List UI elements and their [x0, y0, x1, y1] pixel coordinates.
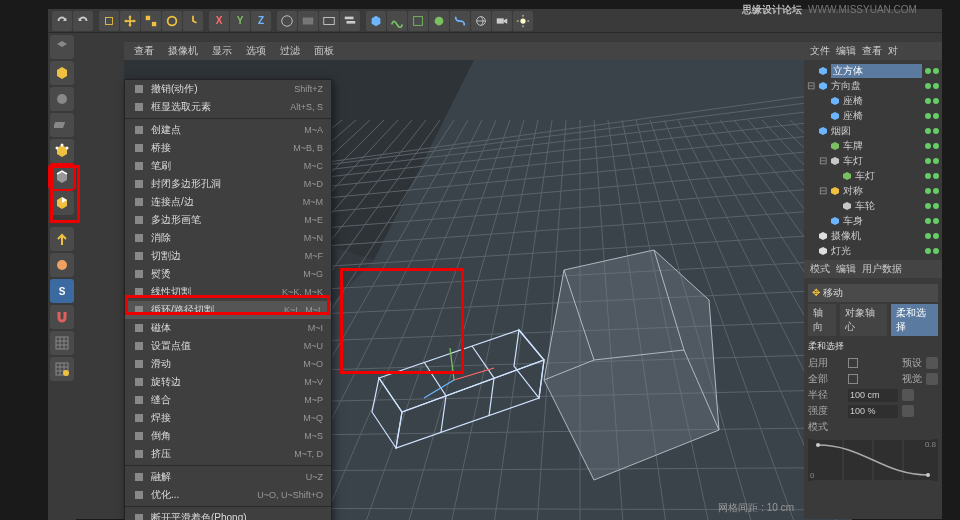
axis-toggle[interactable]	[50, 227, 74, 251]
vp-menu-panel[interactable]: 面板	[314, 44, 334, 58]
menu-item[interactable]: 框显选取元素Alt+S, S	[125, 98, 331, 116]
select-tool[interactable]	[99, 11, 119, 31]
attr-tab-mode[interactable]: 模式	[810, 262, 830, 276]
workplane-snap[interactable]	[50, 331, 74, 355]
subtab-center[interactable]: 对象轴心	[840, 304, 887, 336]
polygon-mode[interactable]	[50, 191, 74, 215]
tab-file[interactable]: 文件	[810, 44, 830, 58]
tab-view[interactable]: 查看	[862, 44, 882, 58]
field-checkbox[interactable]	[848, 358, 858, 368]
workplane-mode[interactable]	[50, 113, 74, 137]
vp-menu-filter[interactable]: 过滤	[280, 44, 300, 58]
menu-item[interactable]: 笔刷M~C	[125, 157, 331, 175]
z-lock[interactable]: Z	[251, 11, 271, 31]
menu-item[interactable]: 封闭多边形孔洞M~D	[125, 175, 331, 193]
render-view[interactable]	[298, 11, 318, 31]
tree-row[interactable]: 车身	[807, 213, 939, 228]
context-menu[interactable]: 撤销(动作)Shift+Z框显选取元素Alt+S, S创建点M~A桥接M~B, …	[124, 79, 332, 520]
render-settings[interactable]	[319, 11, 339, 31]
menu-item-shortcut: K~L, M~L	[284, 305, 323, 315]
field-input[interactable]	[848, 389, 898, 402]
tree-row[interactable]: 座椅	[807, 108, 939, 123]
menu-item[interactable]: 滑动M~O	[125, 355, 331, 373]
spline-primitive[interactable]	[387, 11, 407, 31]
menu-item[interactable]: 切割边M~F	[125, 247, 331, 265]
menu-item[interactable]: 撤销(动作)Shift+Z	[125, 80, 331, 98]
lock-snap[interactable]	[50, 357, 74, 381]
rotate-tool[interactable]	[162, 11, 182, 31]
subtab-axis[interactable]: 轴向	[808, 304, 836, 336]
point-mode[interactable]	[50, 139, 74, 163]
make-editable[interactable]	[50, 35, 74, 59]
field-checkbox[interactable]	[848, 374, 858, 384]
tree-row[interactable]: 立方体	[807, 63, 939, 78]
render-queue[interactable]	[340, 11, 360, 31]
attr-tab-user[interactable]: 用户数据	[862, 262, 902, 276]
menu-item[interactable]: 设置点值M~U	[125, 337, 331, 355]
field-stepper[interactable]	[902, 389, 914, 401]
tree-row[interactable]: ⊟车灯	[807, 153, 939, 168]
texture-mode[interactable]	[50, 87, 74, 111]
menu-item[interactable]: 优化...U~O, U~Shift+O	[125, 486, 331, 504]
snap-toggle[interactable]: S	[50, 279, 74, 303]
menu-item[interactable]: 循环/路径切割K~L, M~L	[125, 301, 331, 319]
field-stepper[interactable]	[902, 405, 914, 417]
deformer[interactable]	[450, 11, 470, 31]
magnet-snap[interactable]	[50, 305, 74, 329]
light[interactable]	[513, 11, 533, 31]
undo-button[interactable]	[52, 11, 72, 31]
generator[interactable]	[408, 11, 428, 31]
field-dropdown[interactable]	[926, 357, 938, 369]
menu-item[interactable]: 创建点M~A	[125, 121, 331, 139]
menu-item[interactable]: 桥接M~B, B	[125, 139, 331, 157]
tree-row[interactable]: 灯光	[807, 243, 939, 258]
vp-menu-view[interactable]: 查看	[134, 44, 154, 58]
field-dropdown[interactable]	[926, 373, 938, 385]
menu-item[interactable]: 连接点/边M~M	[125, 193, 331, 211]
tree-row[interactable]: ⊟对称	[807, 183, 939, 198]
tree-row[interactable]: 摄像机	[807, 228, 939, 243]
vp-menu-cameras[interactable]: 摄像机	[168, 44, 198, 58]
falloff-curve[interactable]: 0 0.8	[808, 439, 938, 481]
subtab-soft[interactable]: 柔和选择	[891, 304, 938, 336]
redo-button[interactable]	[73, 11, 93, 31]
menu-item[interactable]: 消除M~N	[125, 229, 331, 247]
tree-row[interactable]: 车灯	[807, 168, 939, 183]
attr-tab-edit[interactable]: 编辑	[836, 262, 856, 276]
scene-tree[interactable]: 立方体⊟方向盘座椅座椅烟囱车牌⊟车灯车灯⊟对称车轮车身摄像机灯光背景天空平面	[804, 60, 942, 260]
recent-tool[interactable]	[183, 11, 203, 31]
edge-mode[interactable]	[50, 165, 74, 189]
tree-row[interactable]: 车轮	[807, 198, 939, 213]
menu-item[interactable]: 断开平滑着色(Phong)	[125, 509, 331, 520]
menu-item[interactable]: 焊接M~Q	[125, 409, 331, 427]
menu-item[interactable]: 挤压M~T, D	[125, 445, 331, 463]
x-lock[interactable]: X	[209, 11, 229, 31]
tree-row[interactable]: 座椅	[807, 93, 939, 108]
move-tool[interactable]	[120, 11, 140, 31]
model-mode[interactable]	[50, 61, 74, 85]
tab-edit[interactable]: 编辑	[836, 44, 856, 58]
vp-menu-display[interactable]: 显示	[212, 44, 232, 58]
menu-item[interactable]: 熨烫M~G	[125, 265, 331, 283]
environment[interactable]	[471, 11, 491, 31]
camera[interactable]	[492, 11, 512, 31]
menu-item[interactable]: 多边形画笔M~E	[125, 211, 331, 229]
menu-item[interactable]: 缝合M~P	[125, 391, 331, 409]
y-lock[interactable]: Y	[230, 11, 250, 31]
tree-row[interactable]: ⊟方向盘	[807, 78, 939, 93]
menu-item[interactable]: 融解U~Z	[125, 468, 331, 486]
tree-row[interactable]: 车牌	[807, 138, 939, 153]
scale-tool[interactable]	[141, 11, 161, 31]
world-axis[interactable]	[277, 11, 297, 31]
tab-obj[interactable]: 对	[888, 44, 898, 58]
menu-item[interactable]: 倒角M~S	[125, 427, 331, 445]
menu-item[interactable]: 旋转边M~V	[125, 373, 331, 391]
viewport-solo[interactable]	[50, 253, 74, 277]
menu-item[interactable]: 磁体M~I	[125, 319, 331, 337]
field-input[interactable]	[848, 405, 898, 418]
vp-menu-options[interactable]: 选项	[246, 44, 266, 58]
cube-primitive[interactable]	[366, 11, 386, 31]
tree-row[interactable]: 烟囱	[807, 123, 939, 138]
menu-item[interactable]: 线性切割K~K, M~K	[125, 283, 331, 301]
generator2[interactable]	[429, 11, 449, 31]
